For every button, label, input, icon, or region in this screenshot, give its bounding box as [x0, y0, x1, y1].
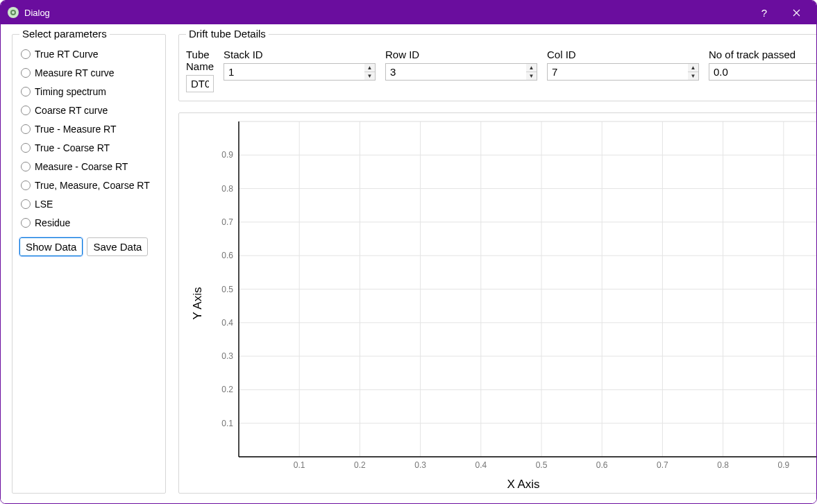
- radio-residue[interactable]: Residue: [18, 213, 160, 232]
- radio-icon: [21, 199, 31, 209]
- details-groupbox: Drift tube Details Tube Name Stack ID ▲ …: [178, 34, 817, 101]
- radio-measure-coarse-rt[interactable]: Measure - Coarse RT: [18, 157, 160, 176]
- radio-icon: [21, 106, 31, 115]
- stack-id-input[interactable]: [224, 63, 364, 81]
- radio-label: True - Coarse RT: [35, 142, 110, 153]
- spin-down-icon[interactable]: ▼: [364, 72, 375, 80]
- row-id-spin[interactable]: ▲ ▼: [526, 63, 537, 81]
- parameters-legend: Select parameters: [19, 28, 110, 40]
- radio-icon: [21, 124, 31, 134]
- row-id-input[interactable]: [385, 63, 526, 81]
- field-label: Tube Name: [186, 49, 214, 72]
- radio-true-rt-curve[interactable]: True RT Curve: [18, 44, 160, 63]
- field-col-id: Col ID ▲ ▼: [547, 49, 699, 92]
- field-tube-name: Tube Name: [186, 49, 214, 92]
- svg-text:0.8: 0.8: [717, 460, 729, 470]
- radio-true-measure-rt[interactable]: True - Measure RT: [18, 119, 160, 138]
- radio-icon: [21, 68, 31, 78]
- radio-label: Residue: [35, 217, 70, 228]
- client-area: Select parameters True RT Curve Measure …: [1, 24, 816, 503]
- radio-icon: [21, 49, 31, 59]
- svg-text:0.2: 0.2: [354, 460, 366, 470]
- svg-text:0.4: 0.4: [475, 460, 487, 470]
- svg-text:0.8: 0.8: [221, 184, 233, 194]
- spin-down-icon[interactable]: ▼: [526, 72, 537, 80]
- radio-true-coarse-rt[interactable]: True - Coarse RT: [18, 138, 160, 157]
- svg-text:0.3: 0.3: [414, 460, 426, 470]
- button-bar: Show Data Save Data: [18, 237, 160, 256]
- plot-frame[interactable]: Y Axis X Axis 0.10.20.30.40.50.60.70.80.…: [178, 112, 817, 494]
- radio-coarse-rt-curve[interactable]: Coarse RT curve: [18, 101, 160, 119]
- field-label: No of track passed: [709, 49, 817, 60]
- radio-measure-rt-curve[interactable]: Measure RT curve: [18, 63, 160, 82]
- svg-text:0.9: 0.9: [221, 150, 233, 160]
- svg-text:0.2: 0.2: [221, 385, 233, 394]
- radio-icon: [21, 180, 31, 190]
- titlebar[interactable]: Dialog ?: [1, 1, 816, 24]
- close-icon: [793, 9, 800, 17]
- help-button[interactable]: ?: [748, 1, 780, 24]
- svg-text:0.1: 0.1: [221, 419, 233, 428]
- radio-label: Timing spectrum: [35, 86, 106, 97]
- field-ntracks: No of track passed ▲ ▼: [709, 49, 817, 92]
- svg-text:0.3: 0.3: [221, 351, 233, 361]
- radio-icon: [21, 87, 31, 96]
- parameters-panel: Select parameters True RT Curve Measure …: [12, 34, 166, 494]
- save-data-button[interactable]: Save Data: [87, 237, 148, 256]
- tube-name-input[interactable]: [186, 75, 214, 92]
- parameters-groupbox: Select parameters True RT Curve Measure …: [12, 34, 166, 494]
- y-axis-label: Y Axis: [191, 287, 205, 319]
- col-id-input[interactable]: [547, 63, 688, 81]
- svg-text:0.1: 0.1: [294, 460, 305, 470]
- spin-up-icon[interactable]: ▲: [364, 64, 375, 72]
- stack-id-spin[interactable]: ▲ ▼: [364, 63, 376, 81]
- plot-canvas[interactable]: 0.10.20.30.40.50.60.70.80.90.10.20.30.40…: [214, 117, 817, 472]
- radio-icon: [21, 162, 31, 171]
- svg-text:0.4: 0.4: [221, 318, 233, 328]
- radio-lse[interactable]: LSE: [18, 194, 160, 213]
- radio-label: LSE: [35, 199, 53, 210]
- field-label: Row ID: [385, 49, 537, 60]
- dialog-window: Dialog ? Select parameters True RT Curve…: [0, 0, 817, 504]
- radio-label: True - Measure RT: [35, 124, 116, 135]
- svg-text:0.7: 0.7: [221, 217, 233, 227]
- field-stack-id: Stack ID ▲ ▼: [224, 49, 376, 92]
- col-id-spin[interactable]: ▲ ▼: [688, 63, 699, 81]
- radio-label: True RT Curve: [35, 49, 99, 60]
- spin-down-icon[interactable]: ▼: [688, 72, 698, 80]
- svg-text:0.7: 0.7: [657, 460, 668, 470]
- svg-point-1: [12, 11, 15, 14]
- show-data-button[interactable]: Show Data: [19, 237, 83, 256]
- x-axis-label: X Axis: [507, 478, 539, 492]
- field-row-id: Row ID ▲ ▼: [385, 49, 537, 92]
- spin-up-icon[interactable]: ▲: [526, 64, 537, 72]
- radio-label: Measure RT curve: [35, 67, 115, 78]
- radio-icon: [21, 218, 31, 228]
- radio-label: True, Measure, Coarse RT: [35, 180, 150, 191]
- svg-text:0.6: 0.6: [221, 251, 233, 260]
- radio-true-measure-coarse-rt[interactable]: True, Measure, Coarse RT: [18, 176, 160, 194]
- window-title: Dialog: [24, 8, 50, 18]
- right-panel: Drift tube Details Tube Name Stack ID ▲ …: [178, 34, 817, 494]
- radio-timing-spectrum[interactable]: Timing spectrum: [18, 82, 160, 101]
- radio-label: Measure - Coarse RT: [35, 161, 128, 172]
- svg-text:0.5: 0.5: [536, 460, 548, 470]
- field-label: Col ID: [547, 49, 699, 60]
- app-icon: [8, 7, 19, 18]
- details-fields: Tube Name Stack ID ▲ ▼: [186, 49, 817, 92]
- radio-label: Coarse RT curve: [35, 105, 108, 116]
- svg-text:0.6: 0.6: [596, 460, 608, 470]
- svg-text:0.9: 0.9: [777, 460, 789, 470]
- svg-text:0.5: 0.5: [221, 285, 233, 294]
- spin-up-icon[interactable]: ▲: [688, 64, 698, 72]
- details-legend: Drift tube Details: [186, 28, 269, 40]
- close-button[interactable]: [780, 1, 812, 24]
- field-label: Stack ID: [224, 49, 376, 60]
- radio-icon: [21, 143, 31, 153]
- ntracks-input[interactable]: [709, 63, 817, 81]
